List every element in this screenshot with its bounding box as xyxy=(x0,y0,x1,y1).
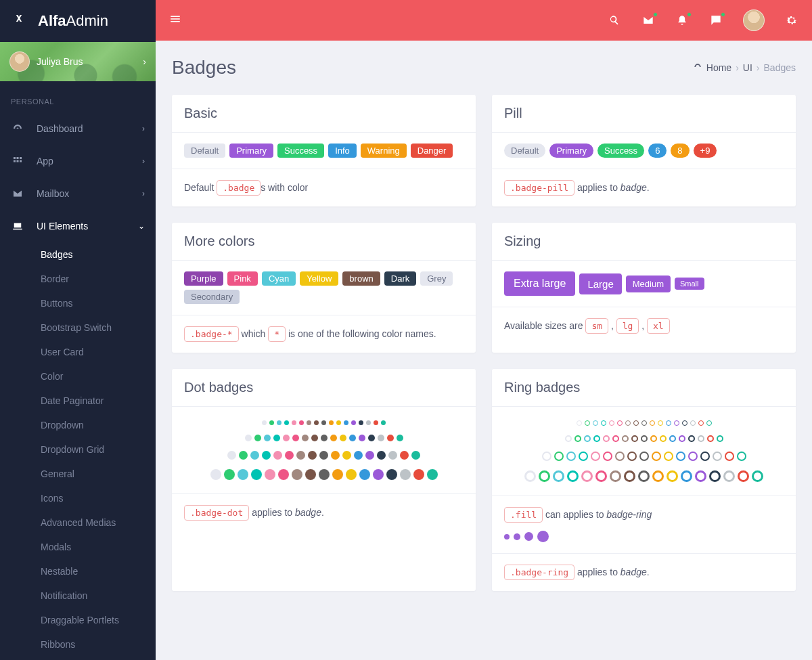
dot-icon xyxy=(411,451,420,460)
sidebar-subitem[interactable]: Modals xyxy=(0,535,156,559)
ring-icon xyxy=(524,470,536,482)
badge-primary: Primary xyxy=(549,144,593,158)
profile-banner[interactable]: Juliya Brus › xyxy=(0,42,156,81)
dot-icon xyxy=(314,420,319,425)
ring-icon xyxy=(610,470,621,482)
bell-icon[interactable] xyxy=(675,14,689,27)
dot-icon xyxy=(397,435,403,441)
ring-icon xyxy=(658,420,663,426)
sidebar-subitem[interactable]: Badges xyxy=(0,242,156,267)
avatar[interactable] xyxy=(743,9,765,31)
dot-icon xyxy=(283,435,290,441)
footer-text: . xyxy=(647,182,650,193)
sidebar-subitem[interactable]: Buttons xyxy=(0,291,156,315)
footer-text: . xyxy=(321,507,324,518)
code-tag: .badge-dot xyxy=(184,505,249,521)
dot-icon xyxy=(387,435,394,441)
ring-icon xyxy=(601,420,606,426)
dot-icon xyxy=(278,469,289,480)
ring-icon xyxy=(631,435,638,442)
dot-icon xyxy=(332,469,343,480)
card-title: Sizing xyxy=(504,234,784,249)
main: Badges Home › UI › Badges Basic Default … xyxy=(156,0,812,660)
sidebar-subitem[interactable]: Ribbons xyxy=(0,632,156,657)
badge-count: 8 xyxy=(671,144,689,158)
card-footer: .badge-ring applies to badge. xyxy=(492,554,796,591)
brand-logo[interactable]: AlfaAdmin xyxy=(0,0,156,42)
dot-icon xyxy=(251,469,262,480)
sidebar-item-mailbox[interactable]: Mailbox › xyxy=(0,177,156,210)
dot-icon xyxy=(292,435,299,441)
gear-icon[interactable] xyxy=(785,14,798,27)
ring-icon xyxy=(565,435,572,442)
badge-secondary: Secondary xyxy=(184,290,240,304)
footer-text: Available sizes are xyxy=(504,320,585,331)
footer-text: can applies to xyxy=(543,509,606,520)
badge-primary: Primary xyxy=(229,144,273,158)
dot-icon xyxy=(292,469,302,480)
sidebar-subitem[interactable]: Dropdown xyxy=(0,413,156,437)
card-footer: .fill can applies to badge-ring xyxy=(492,496,796,554)
menu-toggle-icon[interactable] xyxy=(169,13,181,28)
sidebar-subitem[interactable]: Border xyxy=(0,267,156,291)
badge-dark: Dark xyxy=(384,271,416,286)
ring-icon xyxy=(639,452,649,461)
dot-icon xyxy=(386,469,397,480)
sidebar-subitem[interactable]: Dropdown Grid xyxy=(0,437,156,462)
code-tag: sm xyxy=(585,318,608,334)
sidebar-subitem[interactable]: User Card xyxy=(0,340,156,364)
ring-icon xyxy=(585,420,590,426)
chat-icon[interactable] xyxy=(709,14,723,27)
footer-em: badge xyxy=(295,507,321,518)
card-footer: .badge-* which * is one of the following… xyxy=(172,315,476,353)
dashboard-icon xyxy=(11,123,24,135)
badge-brown: brown xyxy=(342,271,380,286)
sidebar-item-ui-elements[interactable]: UI Elements ⌄ xyxy=(0,210,156,242)
ring-icon xyxy=(695,470,706,482)
sidebar-subitem[interactable]: Advanced Medias xyxy=(0,510,156,535)
dot-icon xyxy=(351,420,356,425)
ring-row xyxy=(504,449,784,464)
breadcrumb-ui[interactable]: UI xyxy=(743,62,752,73)
dot-icon xyxy=(374,420,378,425)
chevron-right-icon: › xyxy=(142,124,145,133)
sidebar-subitem[interactable]: Nestable xyxy=(0,559,156,584)
card-title: Basic xyxy=(184,106,464,121)
sidebar-subitem[interactable]: Icons xyxy=(0,486,156,510)
card-footer: Available sizes are sm , lg , xl xyxy=(492,307,796,345)
nav-label: App xyxy=(37,156,53,167)
dot-icon xyxy=(305,469,316,480)
sidebar-subitem[interactable]: Draggable Portlets xyxy=(0,608,156,632)
sidebar-item-app[interactable]: App › xyxy=(0,145,156,177)
sidebar-nav: PERSONAL Dashboard › App › Mailbox xyxy=(0,81,156,660)
badge-warning: Warning xyxy=(361,144,407,158)
dot-icon xyxy=(273,451,282,460)
code-tag: xl xyxy=(647,318,670,334)
dot-icon xyxy=(262,451,271,460)
chevron-right-icon: › xyxy=(736,62,739,73)
dot-icon xyxy=(307,420,311,425)
ring-icon xyxy=(698,420,704,426)
sidebar-subitem[interactable]: Color xyxy=(0,364,156,389)
dot-icon xyxy=(537,531,549,542)
badge-md: Medium xyxy=(626,276,671,292)
breadcrumb-home[interactable]: Home xyxy=(706,62,731,73)
sidebar-subitem[interactable]: Date Paginator xyxy=(0,389,156,413)
dot-icon xyxy=(210,469,221,480)
dot-icon xyxy=(262,420,267,425)
badge-lg: Large xyxy=(579,273,621,294)
footer-em: badge xyxy=(621,182,647,193)
dot-icon xyxy=(368,435,375,441)
sidebar-item-dashboard[interactable]: Dashboard › xyxy=(0,112,156,145)
mail-icon[interactable] xyxy=(641,14,655,27)
ring-icon xyxy=(581,470,593,482)
ring-icon xyxy=(652,452,661,461)
sidebar: AlfaAdmin Juliya Brus › PERSONAL Dashboa… xyxy=(0,0,156,660)
sidebar-subitem[interactable]: Bootstrap Switch xyxy=(0,315,156,340)
sidebar-subitem[interactable]: General xyxy=(0,462,156,486)
card-pill: Pill Default Primary Success 6 8 +9 .bad… xyxy=(492,95,796,206)
sidebar-subitem[interactable]: Notification xyxy=(0,584,156,608)
dot-icon xyxy=(321,435,328,441)
search-icon[interactable] xyxy=(608,14,621,27)
ring-icon xyxy=(666,420,671,426)
